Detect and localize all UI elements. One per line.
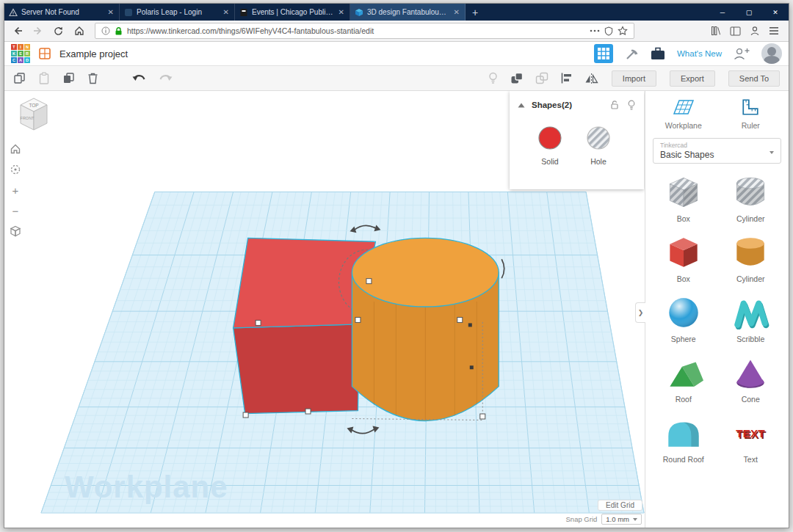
account-icon[interactable] (750, 26, 760, 36)
mirror-icon[interactable] (584, 73, 598, 84)
forward-button[interactable] (29, 23, 47, 40)
tab-close-icon[interactable]: ✕ (107, 8, 115, 16)
user-avatar[interactable] (761, 43, 782, 64)
close-button[interactable]: ✕ (762, 4, 789, 21)
lock-icon[interactable] (609, 100, 620, 110)
scale-handle[interactable] (480, 414, 485, 419)
scale-handle[interactable] (256, 320, 261, 325)
avatar-silhouette (764, 56, 780, 64)
tab-close-icon[interactable]: ✕ (338, 8, 345, 16)
tab-close-icon[interactable]: ✕ (222, 8, 230, 16)
undo-icon[interactable] (132, 73, 146, 84)
hole-option[interactable]: Hole (584, 125, 612, 166)
duplicate-icon[interactable] (62, 72, 75, 84)
fit-view-button[interactable] (7, 161, 23, 178)
bookmark-star-icon[interactable] (618, 26, 628, 36)
solid-label: Solid (536, 157, 564, 166)
shape-label: Round Roof (650, 455, 717, 464)
browser-tab-3[interactable]: Events | Chicago Public Library ✕ (235, 4, 350, 21)
export-button[interactable]: Export (670, 70, 715, 87)
3d-viewport[interactable]: Workplane (4, 91, 645, 528)
copy-icon[interactable] (13, 72, 26, 84)
back-button[interactable] (8, 23, 26, 40)
sidebar-collapse-handle[interactable]: ❯ (635, 302, 645, 323)
new-tab-button[interactable]: + (466, 4, 485, 21)
shape-box[interactable]: Box (650, 234, 717, 283)
shield-icon[interactable] (604, 26, 613, 36)
shape-sphere[interactable]: Sphere (650, 294, 717, 343)
home-button[interactable] (70, 23, 88, 40)
visibility-bulb-icon[interactable] (627, 100, 636, 111)
view-cube-front-label: FRONT (21, 116, 35, 120)
page-actions-icon[interactable] (590, 29, 600, 33)
view-cube[interactable]: TOP FRONT (15, 95, 53, 134)
collapse-panel-icon[interactable] (518, 103, 525, 108)
shape-label: Text (717, 455, 785, 464)
shape-cone[interactable]: Cone (717, 354, 785, 404)
browser-tab-active[interactable]: 3D design Fantabulous Stantia ✕ (350, 4, 466, 21)
invite-person-icon[interactable] (733, 47, 750, 60)
library-icon[interactable] (711, 26, 721, 36)
shape-hole-box[interactable]: Box (650, 174, 717, 223)
inspector-body: Solid Hole (510, 119, 644, 166)
shape-hole-cylinder[interactable]: Cylinder (717, 174, 785, 223)
scale-handle[interactable] (243, 412, 248, 418)
site-favicon (124, 8, 133, 17)
shapes-sidebar: ❯ Workplane Ruler Tinkercad Basic Shapes (645, 91, 789, 528)
pickaxe-icon[interactable] (624, 46, 639, 61)
https-lock-icon[interactable] (115, 26, 123, 36)
url-bar[interactable]: https://www.tinkercad.com/things/6WIFehy… (95, 23, 634, 39)
projects-icon[interactable] (38, 47, 51, 60)
zoom-out-button[interactable]: − (7, 203, 23, 219)
height-handle[interactable] (366, 279, 372, 284)
reload-button[interactable] (49, 23, 68, 40)
perspective-toggle-button[interactable] (7, 223, 23, 239)
url-text[interactable]: https://www.tinkercad.com/things/6WIFehy… (127, 26, 585, 35)
scale-handle[interactable] (457, 317, 463, 322)
group-icon[interactable] (510, 72, 524, 84)
paste-icon[interactable] (38, 72, 50, 84)
show-all-bulb-icon[interactable] (488, 72, 499, 84)
shape-scribble[interactable]: Scribble (717, 294, 785, 343)
minimize-button[interactable]: ─ (709, 4, 736, 21)
mid-scale-handle[interactable] (470, 365, 474, 369)
zoom-in-button[interactable]: + (7, 182, 23, 198)
shape-round-roof[interactable]: Round Roof (650, 415, 717, 464)
ungroup-icon[interactable] (535, 72, 548, 84)
ruler-tool[interactable]: Ruler (722, 98, 779, 130)
scale-handle[interactable] (305, 409, 311, 414)
shape-roof[interactable]: Roof (650, 354, 717, 404)
view-home-button[interactable] (7, 141, 23, 157)
delete-icon[interactable] (87, 72, 98, 84)
import-button[interactable]: Import (612, 70, 656, 87)
briefcase-icon[interactable] (650, 46, 666, 61)
hole-swatch[interactable] (585, 125, 612, 151)
snap-grid-value: 1.0 mm (606, 515, 629, 523)
shape-category-dropdown[interactable]: Tinkercad Basic Shapes (653, 138, 781, 164)
project-title[interactable]: Example project (59, 48, 128, 59)
send-to-button[interactable]: Send To (728, 70, 780, 87)
shape-text[interactable]: TEXTTEXT Text (717, 415, 785, 464)
whats-new-link[interactable]: What's New (677, 49, 722, 58)
align-icon[interactable] (560, 72, 573, 84)
tab-title: 3D design Fantabulous Stantia (367, 8, 449, 16)
page-info-icon[interactable] (101, 26, 110, 35)
redo-icon[interactable] (159, 73, 173, 84)
edit-grid-button[interactable]: Edit Grid (598, 500, 642, 510)
mid-scale-handle[interactable] (468, 323, 472, 327)
shape-cylinder[interactable]: Cylinder (717, 234, 785, 283)
maximize-button[interactable]: ▢ (736, 4, 762, 21)
solid-option[interactable]: Solid (536, 125, 564, 166)
snap-grid-select[interactable]: 1.0 mm (601, 514, 642, 525)
solid-swatch[interactable] (537, 125, 563, 151)
browser-tab-1[interactable]: Server Not Found ✕ (4, 4, 120, 21)
menu-hamburger-icon[interactable] (769, 26, 779, 35)
orange-cylinder-shape[interactable] (352, 238, 499, 420)
sidebars-icon[interactable] (730, 26, 741, 36)
tinkercad-logo[interactable]: TINKERCAD (11, 44, 30, 63)
workplane-tool[interactable]: Workplane (655, 98, 712, 130)
scale-handle[interactable] (355, 317, 361, 322)
browser-tab-2[interactable]: Polaris Leap - Login ✕ (120, 4, 235, 21)
tab-close-icon[interactable]: ✕ (453, 8, 460, 16)
blocks-grid-button[interactable] (594, 44, 613, 63)
